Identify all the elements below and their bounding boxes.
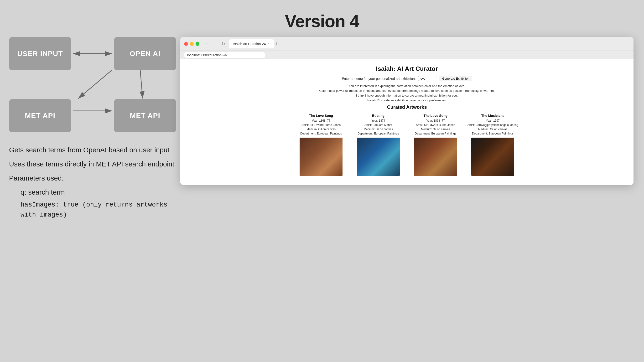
artwork-title-1: Boating [352, 114, 404, 118]
browser-window: ← → ↻ Isaiah Art Curation V4 × + localho… [180, 37, 634, 185]
desc-params-label: Parameters used: [9, 173, 176, 184]
artwork-image-1 [357, 138, 400, 176]
desc-line-3: I think I have enough information to cur… [312, 93, 502, 98]
artwork-item-2: The Love Song Year: 1868–77 Artist: Sir … [407, 114, 464, 176]
artwork-title-2: The Love Song [410, 114, 461, 118]
traffic-dot-yellow[interactable] [190, 42, 194, 46]
artwork-image-3 [471, 138, 514, 176]
artwork-item-1: Boating Year: 1874 Artist: Edouard Manet… [350, 114, 407, 176]
address-bar[interactable]: localhost:8888/curation-v4/ [184, 52, 265, 58]
desc-bullet-2: Uses these terms directly in MET API sea… [9, 159, 176, 170]
reload-button[interactable]: ↻ [220, 40, 226, 47]
curated-artworks-title: Curated Artworks [188, 104, 626, 110]
artwork-meta-1: Year: 1874 Artist: Edouard Manet Medium:… [352, 118, 404, 136]
theme-label: Enter a theme for your personalized art … [342, 77, 416, 80]
svg-line-5 [78, 70, 112, 98]
artwork-title-3: The Musicians [467, 114, 518, 118]
desc-param-hasimages: hasImages: true (only returns artworks w… [20, 200, 176, 220]
flow-diagram: USER INPUT OPEN AI MET API MET API [9, 37, 176, 132]
desc-bullet-1: Gets search terms from OpenAI based on u… [9, 145, 176, 156]
artwork-meta-3: Year: 1597 Artist: Caravaggio (Michelang… [467, 118, 518, 136]
browser-nav: ← → ↻ [204, 40, 226, 47]
artwork-meta-0: Year: 1868–77 Artist: Sir Edward Burne-J… [295, 118, 347, 136]
generate-button[interactable]: Generate Exhibition [440, 76, 472, 81]
back-button[interactable]: ← [204, 40, 210, 47]
tab-title: Isaiah Art Curation V4 [233, 42, 266, 46]
artwork-item-0: The Love Song Year: 1868–77 Artist: Sir … [292, 114, 350, 176]
artwork-image-0 [300, 138, 342, 176]
artworks-grid: The Love Song Year: 1868–77 Artist: Sir … [188, 114, 626, 176]
traffic-lights [184, 42, 200, 46]
new-tab-button[interactable]: + [275, 41, 278, 47]
desc-param-q: q: search term [20, 187, 176, 198]
description-text: Gets search terms from OpenAI based on u… [9, 145, 176, 220]
tab-close-button[interactable]: × [268, 42, 270, 46]
desc-line-1: You are interested in exploring the corr… [312, 84, 502, 88]
address-bar-row: localhost:8888/curation-v4/ [180, 51, 634, 60]
app-title: Isaiah: AI Art Curator [188, 65, 626, 72]
app-description: You are interested in exploring the corr… [312, 84, 502, 103]
artwork-title-0: The Love Song [295, 114, 347, 118]
theme-row: Enter a theme for your personalized art … [188, 76, 626, 81]
app-content: Isaiah: AI Art Curator Enter a theme for… [180, 60, 634, 185]
tab-bar: Isaiah Art Curation V4 × + [229, 39, 630, 48]
artwork-item-3: The Musicians Year: 1597 Artist: Caravag… [464, 114, 522, 176]
traffic-dot-green[interactable] [196, 42, 200, 46]
artwork-meta-2: Year: 1868–77 Artist: Sir Edward Burne-J… [410, 118, 461, 136]
desc-line-4: Isaiah: I'll curate an exhibition based … [312, 98, 502, 103]
slide-title: Version 4 [0, 0, 644, 31]
forward-button[interactable]: → [212, 40, 218, 47]
svg-line-4 [140, 70, 143, 98]
url-text: localhost:8888/curation-v4/ [187, 53, 227, 57]
desc-line-2: Color has a powerful impact on emotions … [312, 88, 502, 93]
left-panel: USER INPUT OPEN AI MET API MET API [9, 37, 176, 222]
browser-tab-active[interactable]: Isaiah Art Curation V4 × [229, 39, 274, 48]
traffic-dot-red[interactable] [184, 42, 188, 46]
diagram-arrows [9, 37, 176, 132]
theme-input[interactable] [418, 76, 437, 81]
artwork-image-2 [414, 138, 457, 176]
browser-chrome: ← → ↻ Isaiah Art Curation V4 × + [180, 37, 634, 51]
